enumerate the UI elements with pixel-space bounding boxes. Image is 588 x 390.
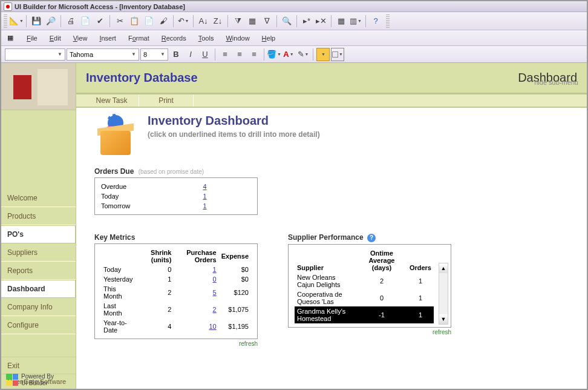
formatting-toolbar: ▼ Tahoma▼ 8▼ B I U ≡ ≡ ≡ 🪣▼ A▼ ✎▼ ▼ ▼ — [1, 46, 587, 63]
metrics-po-link[interactable]: 10 — [209, 323, 216, 330]
supplier-row[interactable]: New Orleans Cajun Delights21 — [295, 273, 434, 289]
new-record-button[interactable]: ▸* — [300, 15, 313, 28]
new-object-button[interactable]: ▥▼ — [349, 15, 362, 28]
line-width-button[interactable]: ▼ — [316, 48, 330, 61]
italic-button[interactable]: I — [184, 48, 197, 61]
supplier-perf-panel: SupplierOntime Average (days)OrdersNew O… — [288, 244, 451, 328]
sort-asc-button[interactable]: A↓ — [197, 15, 210, 28]
help-icon[interactable]: ? — [367, 234, 376, 242]
key-metrics-panel: Shrink (units)Purchase OrdersExpenseToda… — [94, 243, 258, 339]
print-preview-button[interactable]: 📄 — [79, 15, 92, 28]
align-left-button[interactable]: ≡ — [218, 48, 232, 61]
supplier-row[interactable]: Cooperativa de Quesos 'Las01 — [295, 289, 434, 306]
search-button[interactable]: 🔎 — [44, 15, 57, 28]
hide-submenu-link[interactable]: hide sub-menu — [529, 79, 578, 86]
sidebar-item-products[interactable]: Products — [1, 207, 76, 225]
paste-button[interactable]: 📄 — [142, 15, 155, 28]
orders-due-title: Orders Due (based on promise date) — [94, 167, 578, 176]
font-color-button[interactable]: A▼ — [282, 48, 295, 61]
sidebar-item-company-info[interactable]: Company Info — [1, 298, 76, 316]
delete-record-button[interactable]: ▸✕ — [315, 15, 328, 28]
tab-new-task[interactable]: New Task — [85, 94, 139, 107]
sidebar-image — [1, 63, 76, 110]
dashboard-title: Inventory Dashboard — [148, 114, 320, 128]
align-center-button[interactable]: ≡ — [233, 48, 246, 61]
toggle-filter-button[interactable]: ∇ — [260, 15, 273, 28]
sidebar-item-welcome[interactable]: Welcome — [1, 189, 76, 207]
powered-by-icon — [6, 374, 18, 386]
design-view-button[interactable]: 📐▼ — [10, 15, 23, 28]
filter-selection-button[interactable]: ⧩ — [231, 15, 244, 28]
menu-window[interactable]: Window — [220, 33, 255, 44]
cut-button[interactable]: ✂ — [113, 15, 126, 28]
subtab-band: New Task Print — [76, 93, 587, 108]
metrics-po-link[interactable]: 1 — [213, 266, 217, 273]
fill-color-button[interactable]: 🪣▼ — [267, 48, 281, 61]
find-button[interactable]: 🔍 — [280, 15, 293, 28]
window-title: UI Builder for Microsoft Access - [Inven… — [15, 3, 185, 10]
key-metrics-row: This Month25$120 — [101, 284, 251, 301]
sidebar-exit[interactable]: Exit — [1, 357, 76, 374]
orders-due-row: Overdue4 — [101, 182, 251, 191]
sidebar-item-suppliers[interactable]: Suppliers — [1, 243, 76, 262]
metrics-po-link[interactable]: 5 — [213, 289, 217, 296]
scroll-down-button[interactable]: ▼ — [439, 314, 448, 324]
key-metrics-refresh[interactable]: refresh — [94, 340, 258, 347]
font-name-combo[interactable]: Tahoma▼ — [67, 48, 139, 61]
orders-due-panel: Overdue4Today1Tomorrow1 — [94, 177, 258, 215]
sidebar: WelcomeProductsPO'sSuppliersReportsDashb… — [1, 63, 76, 389]
menu-view[interactable]: View — [67, 33, 94, 44]
menu-file[interactable]: File — [21, 33, 44, 44]
menu-edit[interactable]: Edit — [44, 33, 67, 44]
metrics-po-link[interactable]: 0 — [213, 276, 217, 283]
undo-button[interactable]: ↶▼ — [177, 15, 190, 28]
supplier-row[interactable]: Grandma Kelly's Homestead-11 — [295, 306, 434, 323]
sidebar-item-configure[interactable]: Configure — [1, 316, 76, 334]
database-window-button[interactable]: ▦ — [335, 15, 348, 28]
orders-due-link[interactable]: 1 — [203, 202, 206, 210]
help-button[interactable]: ? — [369, 15, 382, 28]
font-size-combo[interactable]: 8▼ — [140, 48, 168, 61]
spellcheck-button[interactable]: ✔ — [93, 15, 106, 28]
menu-insert[interactable]: Insert — [93, 33, 122, 44]
database-title: Inventory Database — [86, 71, 198, 85]
toolbar-grip[interactable] — [4, 15, 7, 28]
align-right-button[interactable]: ≡ — [247, 48, 261, 61]
sidebar-item-reports[interactable]: Reports — [1, 262, 76, 280]
toolbar-grip-end[interactable] — [386, 15, 390, 28]
bold-button[interactable]: B — [169, 48, 183, 61]
sort-desc-button[interactable]: Z↓ — [211, 15, 224, 28]
menu-records[interactable]: Records — [155, 33, 192, 44]
save-button[interactable]: 💾 — [30, 15, 43, 28]
tab-print[interactable]: Print — [139, 94, 194, 107]
dashboard-subtitle: (click on underlined items to drill into… — [148, 130, 320, 139]
underline-button[interactable]: U — [198, 48, 212, 61]
supplier-scrollbar[interactable]: ▲ ▼ — [439, 263, 448, 325]
orders-due-link[interactable]: 4 — [203, 183, 206, 190]
menu-format[interactable]: Format — [122, 33, 155, 44]
sidebar-item-dashboard[interactable]: Dashboard — [1, 280, 76, 298]
print-button[interactable]: 🖨 — [64, 15, 77, 28]
sidebar-item-po-s[interactable]: PO's — [1, 225, 76, 243]
main-area: Inventory Database Dashboard New Task Pr… — [76, 63, 587, 389]
form-view-icon[interactable]: ▦ — [4, 32, 17, 44]
filter-form-button[interactable]: ▦ — [246, 15, 259, 28]
scroll-up-button[interactable]: ▲ — [439, 263, 448, 273]
copy-button[interactable]: 📋 — [128, 15, 141, 28]
key-metrics-row: Year-to-Date410$1,195 — [101, 318, 251, 335]
key-metrics-row: Yesterday10$0 — [101, 274, 251, 284]
key-metrics-row: Last Month22$1,075 — [101, 301, 251, 318]
orders-due-link[interactable]: 1 — [203, 193, 206, 200]
font-name-value: Tahoma — [70, 51, 93, 58]
powered-by: Powered By UI Builder — [6, 373, 54, 386]
supplier-refresh[interactable]: refresh — [288, 329, 451, 335]
orders-due-row: Tomorrow1 — [101, 201, 251, 211]
special-effect-button[interactable]: ▼ — [331, 48, 344, 61]
menu-bar: ▦ File Edit View Insert Format Records T… — [1, 30, 587, 46]
line-color-button[interactable]: ✎▼ — [296, 48, 310, 61]
object-combo[interactable]: ▼ — [5, 48, 65, 61]
menu-tools[interactable]: Tools — [192, 33, 220, 44]
metrics-po-link[interactable]: 2 — [213, 306, 217, 313]
menu-help[interactable]: Help — [256, 33, 282, 44]
format-painter-button[interactable]: 🖌 — [157, 15, 170, 28]
